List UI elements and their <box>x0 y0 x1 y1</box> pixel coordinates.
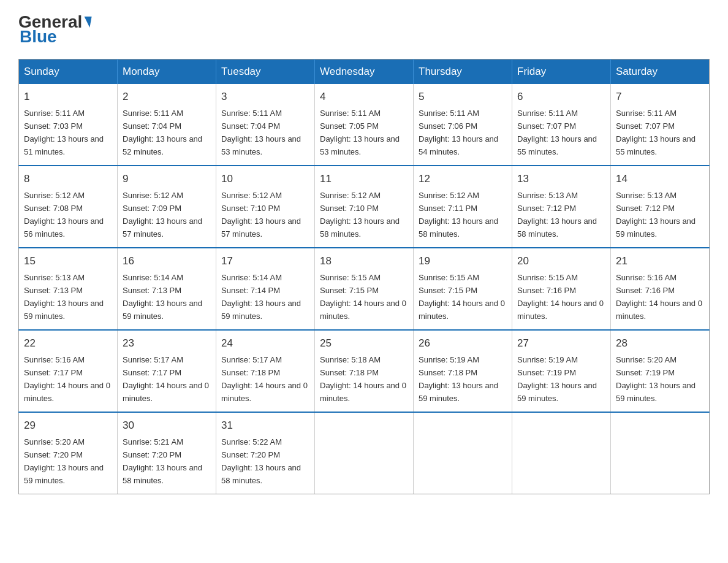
calendar-table: SundayMondayTuesdayWednesdayThursdayFrid… <box>18 59 710 494</box>
day-info: Sunrise: 5:17 AMSunset: 7:18 PMDaylight:… <box>221 355 308 403</box>
calendar-cell: 23Sunrise: 5:17 AMSunset: 7:17 PMDayligh… <box>118 330 216 412</box>
day-info: Sunrise: 5:17 AMSunset: 7:17 PMDaylight:… <box>123 355 209 403</box>
calendar-cell <box>611 412 710 494</box>
day-info: Sunrise: 5:20 AMSunset: 7:20 PMDaylight:… <box>24 437 104 485</box>
calendar-cell: 10Sunrise: 5:12 AMSunset: 7:10 PMDayligh… <box>216 166 315 248</box>
calendar-cell: 2Sunrise: 5:11 AMSunset: 7:04 PMDaylight… <box>118 84 216 166</box>
weekday-header-thursday: Thursday <box>414 59 512 85</box>
calendar-cell: 3Sunrise: 5:11 AMSunset: 7:04 PMDaylight… <box>216 84 315 166</box>
calendar-cell: 29Sunrise: 5:20 AMSunset: 7:20 PMDayligh… <box>19 412 118 494</box>
day-info: Sunrise: 5:11 AMSunset: 7:05 PMDaylight:… <box>320 109 400 156</box>
calendar-cell: 14Sunrise: 5:13 AMSunset: 7:12 PMDayligh… <box>611 166 710 248</box>
day-info: Sunrise: 5:19 AMSunset: 7:19 PMDaylight:… <box>517 355 597 403</box>
calendar-cell <box>414 412 512 494</box>
calendar-cell: 6Sunrise: 5:11 AMSunset: 7:07 PMDaylight… <box>512 84 611 166</box>
logo-blue-text: Blue <box>18 27 57 47</box>
calendar-cell: 16Sunrise: 5:14 AMSunset: 7:13 PMDayligh… <box>118 248 216 330</box>
calendar-cell: 15Sunrise: 5:13 AMSunset: 7:13 PMDayligh… <box>19 248 118 330</box>
calendar-cell: 5Sunrise: 5:11 AMSunset: 7:06 PMDaylight… <box>414 84 512 166</box>
day-number: 29 <box>24 418 112 434</box>
day-number: 3 <box>221 89 309 105</box>
calendar-header-row: SundayMondayTuesdayWednesdayThursdayFrid… <box>19 59 710 85</box>
day-number: 8 <box>24 171 112 187</box>
day-number: 27 <box>517 335 605 351</box>
day-info: Sunrise: 5:21 AMSunset: 7:20 PMDaylight:… <box>123 437 202 485</box>
calendar-cell: 13Sunrise: 5:13 AMSunset: 7:12 PMDayligh… <box>512 166 611 248</box>
day-info: Sunrise: 5:12 AMSunset: 7:10 PMDaylight:… <box>320 191 400 239</box>
day-info: Sunrise: 5:11 AMSunset: 7:03 PMDaylight:… <box>24 109 104 156</box>
day-info: Sunrise: 5:11 AMSunset: 7:06 PMDaylight:… <box>419 109 498 156</box>
day-info: Sunrise: 5:12 AMSunset: 7:11 PMDaylight:… <box>419 191 498 239</box>
day-number: 13 <box>517 171 605 187</box>
calendar-cell: 1Sunrise: 5:11 AMSunset: 7:03 PMDaylight… <box>19 84 118 166</box>
day-number: 1 <box>24 89 112 105</box>
calendar-cell: 9Sunrise: 5:12 AMSunset: 7:09 PMDaylight… <box>118 166 216 248</box>
day-number: 4 <box>320 89 408 105</box>
weekday-header-wednesday: Wednesday <box>315 59 414 85</box>
day-number: 20 <box>517 253 605 269</box>
day-number: 2 <box>123 89 211 105</box>
calendar-cell: 7Sunrise: 5:11 AMSunset: 7:07 PMDaylight… <box>611 84 710 166</box>
calendar-cell: 25Sunrise: 5:18 AMSunset: 7:18 PMDayligh… <box>315 330 414 412</box>
calendar-cell <box>315 412 414 494</box>
day-number: 25 <box>320 335 408 351</box>
day-number: 17 <box>221 253 309 269</box>
day-info: Sunrise: 5:15 AMSunset: 7:15 PMDaylight:… <box>320 273 406 321</box>
day-info: Sunrise: 5:18 AMSunset: 7:18 PMDaylight:… <box>320 355 406 403</box>
day-number: 12 <box>419 171 507 187</box>
calendar-week-row: 29Sunrise: 5:20 AMSunset: 7:20 PMDayligh… <box>19 412 710 494</box>
page-header: General Blue <box>18 12 710 47</box>
weekday-header-monday: Monday <box>118 59 216 85</box>
calendar-cell: 18Sunrise: 5:15 AMSunset: 7:15 PMDayligh… <box>315 248 414 330</box>
day-number: 7 <box>616 89 704 105</box>
day-number: 22 <box>24 335 112 351</box>
calendar-cell <box>512 412 611 494</box>
day-number: 26 <box>419 335 507 351</box>
calendar-cell: 4Sunrise: 5:11 AMSunset: 7:05 PMDaylight… <box>315 84 414 166</box>
day-number: 24 <box>221 335 309 351</box>
day-number: 6 <box>517 89 605 105</box>
calendar-cell: 21Sunrise: 5:16 AMSunset: 7:16 PMDayligh… <box>611 248 710 330</box>
day-number: 19 <box>419 253 507 269</box>
day-info: Sunrise: 5:13 AMSunset: 7:12 PMDaylight:… <box>616 191 696 239</box>
day-number: 15 <box>24 253 112 269</box>
calendar-week-row: 1Sunrise: 5:11 AMSunset: 7:03 PMDaylight… <box>19 84 710 166</box>
calendar-cell: 19Sunrise: 5:15 AMSunset: 7:15 PMDayligh… <box>414 248 512 330</box>
weekday-header-friday: Friday <box>512 59 611 85</box>
calendar-cell: 20Sunrise: 5:15 AMSunset: 7:16 PMDayligh… <box>512 248 611 330</box>
day-info: Sunrise: 5:12 AMSunset: 7:09 PMDaylight:… <box>123 191 202 239</box>
weekday-header-sunday: Sunday <box>19 59 118 85</box>
calendar-week-row: 15Sunrise: 5:13 AMSunset: 7:13 PMDayligh… <box>19 248 710 330</box>
day-number: 23 <box>123 335 211 351</box>
day-number: 14 <box>616 171 704 187</box>
day-info: Sunrise: 5:14 AMSunset: 7:14 PMDaylight:… <box>221 273 301 321</box>
calendar-cell: 22Sunrise: 5:16 AMSunset: 7:17 PMDayligh… <box>19 330 118 412</box>
day-number: 18 <box>320 253 408 269</box>
calendar-cell: 8Sunrise: 5:12 AMSunset: 7:08 PMDaylight… <box>19 166 118 248</box>
calendar-cell: 30Sunrise: 5:21 AMSunset: 7:20 PMDayligh… <box>118 412 216 494</box>
calendar-cell: 17Sunrise: 5:14 AMSunset: 7:14 PMDayligh… <box>216 248 315 330</box>
day-info: Sunrise: 5:16 AMSunset: 7:16 PMDaylight:… <box>616 273 702 321</box>
calendar-week-row: 22Sunrise: 5:16 AMSunset: 7:17 PMDayligh… <box>19 330 710 412</box>
day-number: 11 <box>320 171 408 187</box>
calendar-cell: 12Sunrise: 5:12 AMSunset: 7:11 PMDayligh… <box>414 166 512 248</box>
day-info: Sunrise: 5:13 AMSunset: 7:12 PMDaylight:… <box>517 191 597 239</box>
logo-arrow-icon <box>83 17 92 28</box>
weekday-header-saturday: Saturday <box>611 59 710 85</box>
day-info: Sunrise: 5:11 AMSunset: 7:07 PMDaylight:… <box>517 109 597 156</box>
day-number: 28 <box>616 335 704 351</box>
day-number: 21 <box>616 253 704 269</box>
day-info: Sunrise: 5:16 AMSunset: 7:17 PMDaylight:… <box>24 355 110 403</box>
day-number: 10 <box>221 171 309 187</box>
day-number: 5 <box>419 89 507 105</box>
weekday-header-tuesday: Tuesday <box>216 59 315 85</box>
calendar-cell: 11Sunrise: 5:12 AMSunset: 7:10 PMDayligh… <box>315 166 414 248</box>
calendar-cell: 28Sunrise: 5:20 AMSunset: 7:19 PMDayligh… <box>611 330 710 412</box>
day-info: Sunrise: 5:11 AMSunset: 7:04 PMDaylight:… <box>123 109 202 156</box>
calendar-cell: 27Sunrise: 5:19 AMSunset: 7:19 PMDayligh… <box>512 330 611 412</box>
day-info: Sunrise: 5:22 AMSunset: 7:20 PMDaylight:… <box>221 437 301 485</box>
day-number: 31 <box>221 418 309 434</box>
logo: General Blue <box>18 12 92 47</box>
day-info: Sunrise: 5:12 AMSunset: 7:08 PMDaylight:… <box>24 191 104 239</box>
day-info: Sunrise: 5:11 AMSunset: 7:04 PMDaylight:… <box>221 109 301 156</box>
